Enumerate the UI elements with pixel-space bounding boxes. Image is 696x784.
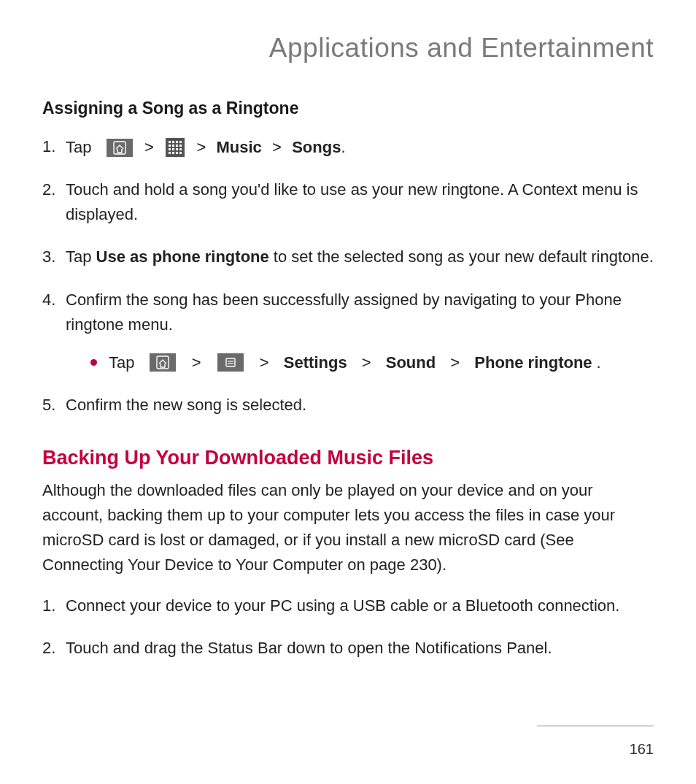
chevron-icon: > [258,350,271,375]
backup-step-1: Connect your device to your PC using a U… [42,593,654,618]
step-3: Tap Use as phone ringtone to set the sel… [42,245,654,269]
step3-pre: Tap [66,247,96,266]
step4-bullet: Tap > [66,350,654,375]
backup-intro-paragraph: Although the downloaded files can only b… [42,478,654,577]
step4-settings-label: Settings [284,350,347,375]
chevron-icon: > [143,138,155,156]
chevron-icon: > [271,138,283,156]
svg-rect-10 [179,145,182,147]
subheading-assign-ringtone: Assigning a Song as a Ringtone [42,99,654,118]
svg-rect-3 [169,141,171,143]
chevron-icon: > [190,350,203,375]
step-1: Tap > [42,134,654,160]
backup-step-2: Touch and drag the Status Bar down to op… [42,636,654,661]
svg-rect-13 [176,148,178,150]
steps-list-a: Tap > [42,134,654,418]
svg-rect-17 [176,152,178,154]
svg-rect-4 [172,141,174,143]
svg-rect-5 [176,141,178,143]
home-key-icon [150,353,176,372]
home-key-icon [107,139,133,157]
step1-tap-text: Tap [66,138,91,156]
svg-rect-16 [172,152,174,154]
page-number: 161 [537,741,654,758]
svg-rect-7 [169,145,171,147]
step4-sound-label: Sound [386,350,436,375]
chevron-icon: > [449,350,461,375]
manual-page: Applications and Entertainment Assigning… [0,0,696,661]
section-heading-backup: Backing Up Your Downloaded Music Files [42,447,654,469]
svg-rect-14 [179,148,182,150]
step4-bullet-tap: Tap [109,350,134,375]
page-footer: 161 [537,726,654,758]
footer-rule [537,726,654,726]
step4-text: Confirm the song has been successfully a… [66,291,622,334]
step3-post: to set the selected song as your new def… [269,247,654,266]
step3-bold: Use as phone ringtone [96,247,269,266]
apps-grid-icon [166,138,185,157]
step1-songs-label: Songs [292,138,341,156]
step1-music-label: Music [216,138,261,156]
svg-rect-6 [179,141,182,143]
steps-list-b: Connect your device to your PC using a U… [42,593,654,661]
step-2: Touch and hold a song you'd like to use … [42,177,654,227]
step-5: Confirm the new song is selected. [42,393,654,418]
menu-key-icon [217,353,244,372]
svg-rect-11 [169,148,171,150]
svg-rect-21 [217,353,244,372]
svg-rect-12 [172,148,174,150]
svg-rect-9 [176,145,178,147]
step4-phone-ringtone-label: Phone ringtone [474,350,592,375]
svg-rect-18 [179,152,182,154]
period: . [341,138,345,156]
step-4: Confirm the song has been successfully a… [42,288,654,375]
svg-rect-2 [166,138,185,157]
chapter-title: Applications and Entertainment [42,33,654,64]
svg-rect-15 [169,152,171,154]
chevron-icon: > [195,138,207,156]
period: . [597,350,601,375]
chevron-icon: > [360,350,373,375]
svg-rect-8 [172,145,174,147]
bullet-icon [90,359,97,366]
